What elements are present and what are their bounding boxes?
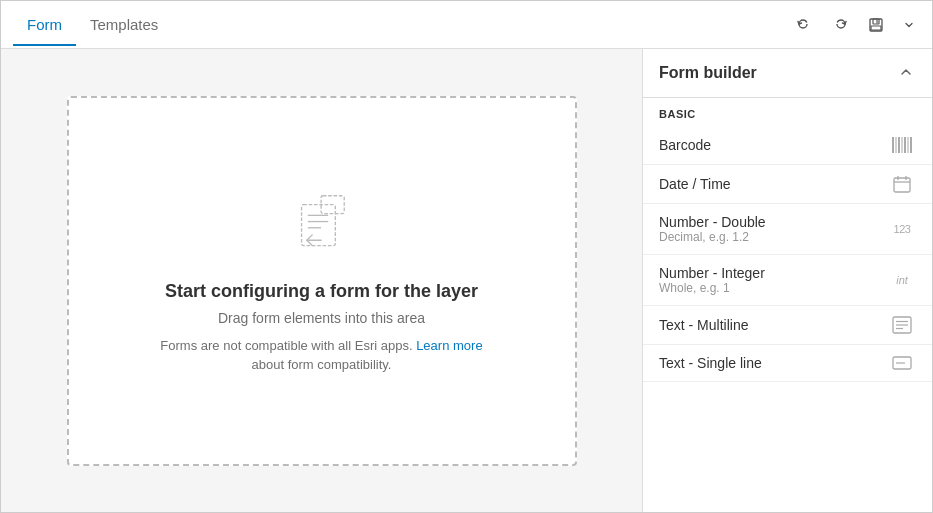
number-double-icon: 123 [888,223,916,235]
svg-rect-14 [904,137,906,153]
number-integer-icon: int [888,274,916,286]
element-datetime[interactable]: Date / Time [643,165,932,204]
multiline-icon [888,316,916,334]
svg-rect-10 [892,137,894,153]
drop-zone-icon [282,187,362,261]
svg-rect-1 [873,19,879,24]
svg-rect-11 [896,137,897,153]
svg-rect-0 [870,19,882,31]
element-number-double[interactable]: Number - Double Decimal, e.g. 1.2 123 [643,204,932,255]
element-barcode[interactable]: Barcode [643,126,932,165]
element-number-integer-desc: Whole, e.g. 1 [659,281,765,295]
more-button[interactable] [898,16,920,34]
element-number-integer-name: Number - Integer [659,265,765,281]
element-number-double-name: Number - Double [659,214,766,230]
element-number-double-desc: Decimal, e.g. 1.2 [659,230,766,244]
element-text-multiline[interactable]: Text - Multiline [643,306,932,345]
barcode-icon [888,136,916,154]
element-text-multiline-name: Text - Multiline [659,317,748,333]
toolbar-actions [790,13,920,37]
section-basic-label: BASIC [643,98,932,126]
panel-header: Form builder [643,49,932,98]
save-button[interactable] [862,13,890,37]
right-panel: Form builder BASIC Barcode [642,49,932,512]
collapse-button[interactable] [896,63,916,83]
calendar-icon [888,175,916,193]
element-number-integer[interactable]: Number - Integer Whole, e.g. 1 int [643,255,932,306]
svg-rect-17 [894,178,910,192]
drop-zone-note: Forms are not compatible with all Esri a… [152,336,492,375]
main-content: Start configuring a form for the layer D… [1,49,932,512]
svg-rect-15 [908,137,909,153]
svg-rect-16 [910,137,912,153]
tab-form[interactable]: Form [13,4,76,45]
tab-bar: Form Templates [1,1,932,49]
drop-zone-title: Start configuring a form for the layer [165,281,478,302]
drop-zone-subtitle: Drag form elements into this area [218,310,425,326]
redo-button[interactable] [826,13,854,37]
tab-templates[interactable]: Templates [76,4,172,45]
svg-rect-2 [871,26,881,30]
learn-more-link[interactable]: Learn more [416,338,482,353]
svg-rect-4 [301,204,335,245]
singleline-icon [888,356,916,370]
panel-title: Form builder [659,64,757,82]
undo-button[interactable] [790,13,818,37]
drop-zone: Start configuring a form for the layer D… [67,96,577,466]
element-text-singleline-name: Text - Single line [659,355,762,371]
left-panel: Start configuring a form for the layer D… [1,49,642,512]
svg-rect-12 [898,137,900,153]
element-text-singleline[interactable]: Text - Single line [643,345,932,382]
element-list: BASIC Barcode [643,98,932,512]
element-barcode-name: Barcode [659,137,711,153]
element-datetime-name: Date / Time [659,176,731,192]
svg-rect-13 [902,137,903,153]
